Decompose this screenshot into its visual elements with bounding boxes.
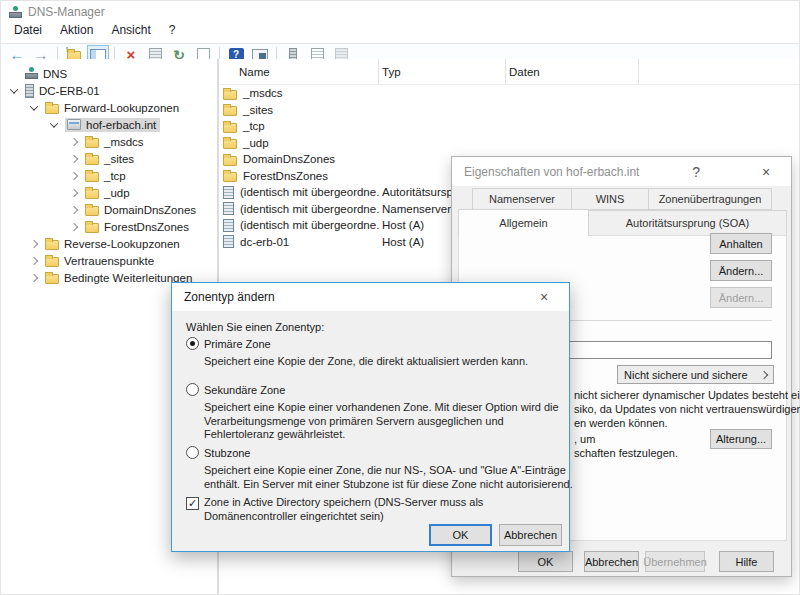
record-icon	[223, 186, 234, 199]
change-type-button[interactable]: Ändern...	[710, 260, 772, 281]
close-icon[interactable]: ×	[753, 164, 779, 180]
window-title: DNS-Manager	[28, 5, 105, 19]
record-icon	[223, 219, 234, 232]
expand-arrow[interactable]	[68, 170, 80, 182]
tree-item-sites[interactable]: _sites	[1, 150, 217, 167]
menubar: Datei Aktion Ansicht ?	[1, 23, 799, 37]
menu-ansicht[interactable]: Ansicht	[111, 23, 150, 37]
list-row[interactable]: _tcp	[219, 118, 799, 135]
folder-icon	[45, 104, 59, 114]
tree-item-msdcs[interactable]: _msdcs	[1, 133, 217, 150]
window-titlebar: DNS-Manager	[1, 1, 799, 23]
folder-icon	[223, 90, 237, 100]
radio-primaere-zone[interactable]	[186, 337, 199, 350]
expand-arrow[interactable]	[48, 119, 60, 131]
tree-item-hof-erbach-int[interactable]: hof-erbach.int	[1, 116, 217, 133]
folder-icon	[223, 172, 237, 182]
folder-icon	[223, 139, 237, 149]
menu-datei[interactable]: Datei	[14, 23, 42, 37]
folder-icon	[85, 172, 99, 182]
dns-manager-window: DNS-Manager Datei Aktion Ansicht ? ← → ×…	[0, 0, 800, 595]
record-icon	[223, 202, 234, 215]
ad-store-checkbox[interactable]: ✓	[186, 497, 199, 510]
ok-button[interactable]: OK	[518, 551, 573, 572]
properties-dialog-titlebar: Eigenschaften von hof-erbach.int ? ×	[452, 157, 791, 186]
tree-item-vertrauenspunkte[interactable]: Vertrauenspunkte	[1, 252, 217, 269]
expand-arrow[interactable]	[68, 221, 80, 233]
selected-tree-item[interactable]: hof-erbach.int	[65, 118, 160, 132]
updates-warning-line: siko, da Updates von nicht vertrauenswür…	[574, 403, 800, 415]
folder-icon	[223, 106, 237, 116]
column-header-name[interactable]: Name	[219, 59, 379, 84]
expand-arrow[interactable]	[8, 85, 20, 97]
tab-wins[interactable]: WINS	[571, 188, 649, 210]
cancel-button[interactable]: Abbrechen	[499, 524, 562, 546]
menu-hilfe[interactable]: ?	[169, 23, 176, 37]
menu-aktion[interactable]: Aktion	[60, 23, 93, 37]
chevron-down-icon	[760, 370, 768, 378]
folder-icon	[45, 240, 59, 250]
tree-item-udp[interactable]: _udp	[1, 184, 217, 201]
folder-icon	[85, 206, 99, 216]
expand-arrow[interactable]	[68, 204, 80, 216]
radio-stubzone[interactable]	[186, 446, 199, 459]
updates-warning-line: en werden können.	[574, 417, 668, 429]
expand-arrow[interactable]	[28, 238, 40, 250]
expand-arrow[interactable]	[28, 272, 40, 284]
list-row[interactable]: _sites	[219, 102, 799, 119]
ad-store-checkbox-label[interactable]: Zone in Active Directory speichern (DNS-…	[204, 496, 552, 523]
expand-arrow[interactable]	[68, 136, 80, 148]
list-row[interactable]: _msdcs	[219, 85, 799, 102]
folder-icon	[45, 257, 59, 267]
dialog-help-icon[interactable]: ?	[683, 164, 709, 180]
zone-type-dialog-title: Zonentyp ändern	[184, 290, 275, 304]
dns-app-icon	[9, 6, 22, 19]
column-header-typ[interactable]: Typ	[379, 59, 506, 84]
folder-icon	[85, 223, 99, 233]
expand-arrow[interactable]	[28, 255, 40, 267]
change-replication-button: Ändern...	[710, 287, 772, 308]
folder-icon	[85, 189, 99, 199]
list-header: Name Typ Daten	[219, 59, 799, 85]
expand-arrow[interactable]	[68, 153, 80, 165]
pause-button[interactable]: Anhalten	[710, 233, 772, 254]
tree-item-tcp[interactable]: _tcp	[1, 167, 217, 184]
cancel-button[interactable]: Abbrechen	[584, 551, 639, 572]
zone-type-dialog: Zonentyp ändern × Wählen Sie einen Zonen…	[171, 282, 570, 552]
sekundaere-zone-description: Speichert eine Kopie einer vorhandenen Z…	[204, 401, 572, 442]
tree-item-forestdnszones[interactable]: ForestDnsZones	[1, 218, 217, 235]
tab-namenserver[interactable]: Namenserver	[472, 188, 572, 210]
primaere-zone-description: Speichert eine Kopie der Zone, die direk…	[204, 355, 576, 369]
zone-type-prompt: Wählen Sie einen Zonentyp:	[186, 321, 324, 333]
tree-item-dns[interactable]: DNS	[1, 65, 217, 82]
radio-sekundaere-zone[interactable]	[186, 383, 199, 396]
folder-icon	[85, 138, 99, 148]
updates-warning-line: nicht sicherer dynamischer Updates beste…	[574, 389, 800, 401]
radio-sekundaere-zone-label[interactable]: Sekundäre Zone	[204, 384, 285, 396]
record-icon	[223, 235, 234, 248]
tree-item-domaindnszones[interactable]: DomainDnsZones	[1, 201, 217, 218]
apply-button: Übernehmen	[645, 551, 705, 572]
close-icon[interactable]: ×	[531, 289, 557, 305]
folder-icon	[85, 155, 99, 165]
ok-button[interactable]: OK	[429, 524, 492, 546]
aging-button[interactable]: Alterung...	[710, 429, 772, 449]
help-button[interactable]: Hilfe	[719, 551, 774, 572]
server-icon	[25, 84, 34, 98]
column-header-daten[interactable]: Daten	[506, 59, 639, 84]
list-row[interactable]: _udp	[219, 135, 799, 152]
dynamic-updates-dropdown[interactable]: Nicht sichere und sichere	[617, 365, 774, 384]
properties-dialog-title: Eigenschaften von hof-erbach.int	[464, 165, 639, 179]
radio-primaere-zone-label[interactable]: Primäre Zone	[204, 338, 271, 350]
tab-allgemein[interactable]: Allgemein	[458, 209, 589, 236]
folder-icon	[223, 156, 237, 166]
dns-icon	[25, 67, 38, 80]
tab-zonenuebertragungen[interactable]: Zonenübertragungen	[648, 188, 772, 210]
expand-arrow[interactable]	[68, 187, 80, 199]
expand-arrow[interactable]	[28, 102, 40, 114]
folder-icon	[223, 123, 237, 133]
radio-stubzone-label[interactable]: Stubzone	[204, 447, 250, 459]
tree-item-dc-erb-01[interactable]: DC-ERB-01	[1, 82, 217, 99]
tree-item-forward-lookupzonen[interactable]: Forward-Lookupzonen	[1, 99, 217, 116]
tree-item-reverse-lookupzonen[interactable]: Reverse-Lookupzonen	[1, 235, 217, 252]
